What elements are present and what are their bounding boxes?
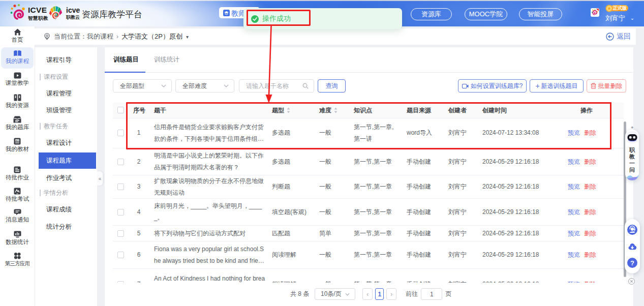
svg-text:w: w xyxy=(17,192,18,195)
svg-text:教材: 教材 xyxy=(15,140,19,142)
svg-text:?: ? xyxy=(630,259,634,267)
